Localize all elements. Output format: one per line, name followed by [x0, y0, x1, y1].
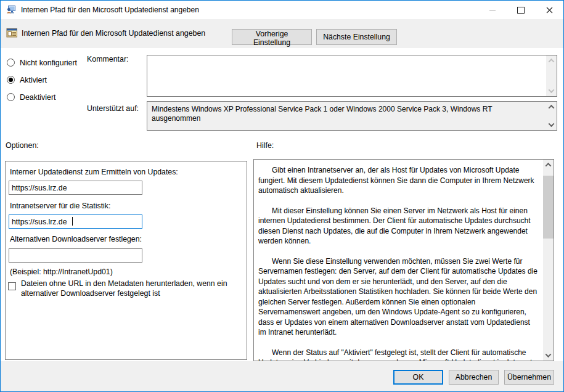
help-paragraph: Wenn der Status auf "Aktiviert" festgele…: [258, 348, 537, 361]
group-policy-icon: [6, 5, 16, 15]
scroll-down-icon: [546, 351, 552, 357]
radio-disabled[interactable]: Deaktiviert: [7, 92, 56, 102]
scroll-up-icon[interactable]: [549, 59, 555, 65]
comment-scrollbar[interactable]: [546, 55, 557, 96]
cancel-button[interactable]: Abbrechen: [449, 370, 499, 385]
radio-icon-checked[interactable]: [7, 76, 15, 84]
help-paragraph: Gibt einen Intranetserver an, der als Ho…: [258, 165, 537, 196]
scroll-up-icon[interactable]: [549, 105, 555, 111]
radio-label: Deaktiviert: [20, 93, 56, 102]
example-hint: (Beispiel: http://IntranetUpd01): [10, 267, 113, 276]
radio-not-configured[interactable]: Nicht konfiguriert: [7, 58, 77, 67]
scroll-up-icon: [546, 163, 552, 169]
scroll-up-button[interactable]: [543, 160, 554, 170]
footer-bar: OK Abbrechen Übernehmen: [1, 361, 563, 391]
update-service-label: Interner Updatedienst zum Ermitteln von …: [10, 168, 178, 176]
supported-scrollbar[interactable]: [546, 102, 557, 130]
help-heading: Hilfe:: [256, 141, 274, 150]
scroll-down-button[interactable]: [543, 350, 554, 361]
radio-icon[interactable]: [7, 93, 15, 101]
minimize-button: [478, 1, 507, 19]
comment-textarea[interactable]: [147, 55, 557, 97]
scroll-down-icon[interactable]: [549, 121, 555, 127]
title-bar[interactable]: Internen Pfad für den Microsoft Updatedi…: [1, 1, 563, 19]
window-controls: [478, 1, 563, 19]
next-setting-button[interactable]: Nächste Einstellung: [316, 29, 397, 45]
scrollbar-thumb[interactable]: [543, 176, 554, 239]
window-title: Internen Pfad für den Microsoft Updatedi…: [21, 6, 199, 14]
alt-download-label: Alternativen Downloadserver festlegen:: [10, 235, 142, 243]
apply-button[interactable]: Übernehmen: [504, 370, 554, 385]
dialog-window: Internen Pfad für den Microsoft Updatedi…: [0, 0, 564, 392]
policy-setting-icon: [6, 28, 18, 41]
text-caret: [72, 217, 73, 226]
supported-on-value: Mindestens Windows XP Professional Servi…: [152, 105, 542, 123]
radio-icon[interactable]: [7, 59, 15, 67]
alt-download-input[interactable]: [9, 248, 142, 263]
maximize-button[interactable]: [507, 1, 535, 19]
radio-label: Aktiviert: [20, 76, 47, 84]
checkbox-label: Dateien ohne URL in den Metadaten herunt…: [21, 279, 239, 298]
setting-title: Internen Pfad für den Microsoft Updatedi…: [22, 29, 205, 38]
supported-on-box: Mindestens Windows XP Professional Servi…: [147, 101, 557, 131]
scroll-down-icon[interactable]: [549, 87, 555, 93]
supported-label: Unterstützt auf:: [87, 104, 139, 113]
statistics-server-input[interactable]: [9, 214, 142, 229]
statistics-server-label: Intranetserver für die Statistik:: [10, 202, 110, 210]
checkbox-icon[interactable]: [8, 282, 16, 290]
setting-header: Internen Pfad für den Microsoft Updatedi…: [1, 19, 563, 48]
radio-label: Nicht konfiguriert: [20, 59, 77, 67]
update-service-input[interactable]: [9, 181, 142, 195]
close-button[interactable]: [535, 1, 563, 19]
download-files-check-row[interactable]: Dateien ohne URL in den Metadaten herunt…: [8, 279, 239, 298]
minimize-icon: [489, 10, 496, 10]
close-icon: [546, 7, 553, 14]
help-text: Gibt einen Intranetserver an, der als Ho…: [254, 160, 543, 361]
help-panel: Gibt einen Intranetserver an, der als Ho…: [253, 159, 554, 361]
options-panel: Interner Updatedienst zum Ermitteln von …: [5, 161, 247, 360]
help-paragraph: Mit dieser Einstellung können Sie einen …: [258, 206, 537, 247]
previous-setting-button[interactable]: Vorherige Einstellung: [232, 29, 312, 45]
help-scrollbar[interactable]: [543, 160, 554, 361]
radio-enabled[interactable]: Aktiviert: [7, 75, 47, 84]
help-paragraph: Wenn Sie diese Einstellung verwenden möc…: [258, 256, 537, 338]
maximize-icon: [517, 7, 525, 14]
options-heading: Optionen:: [6, 141, 39, 150]
comment-label: Kommentar:: [87, 55, 128, 63]
ok-button[interactable]: OK: [393, 370, 443, 385]
